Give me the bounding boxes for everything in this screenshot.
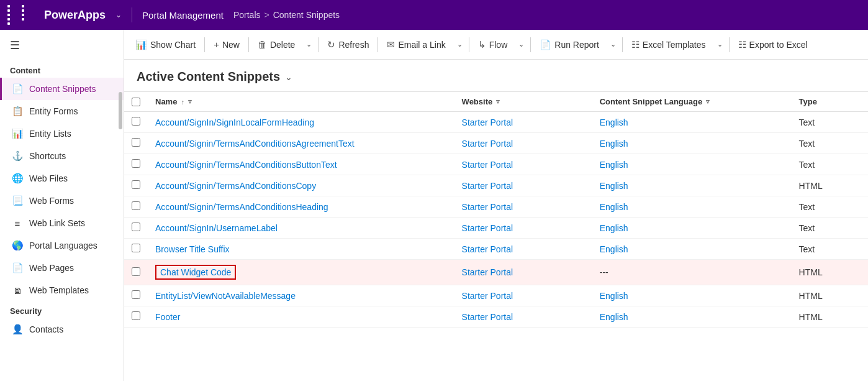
row-website-cell[interactable]: Starter Portal bbox=[454, 112, 592, 133]
excel-templates-button[interactable]: ☷ Excel Templates bbox=[625, 35, 712, 54]
row-name-cell[interactable]: Account/SignIn/UsernameLabel bbox=[148, 218, 454, 239]
th-name-label: Name bbox=[155, 97, 177, 106]
email-link-button[interactable]: ✉ Email a Link bbox=[381, 35, 451, 54]
highlighted-name[interactable]: Chat Widget Code bbox=[155, 265, 236, 280]
row-website-cell[interactable]: Starter Portal bbox=[454, 196, 592, 218]
row-checkbox-cell[interactable] bbox=[124, 306, 148, 328]
web-pages-icon: 📄 bbox=[12, 262, 23, 273]
sidebar-item-web-link-sets[interactable]: ≡ Web Link Sets bbox=[0, 212, 124, 234]
row-name-link[interactable]: EntityList/ViewNotAvailableMessage bbox=[155, 291, 296, 301]
language-filter-icon[interactable]: ▿ bbox=[706, 98, 710, 106]
row-website-cell[interactable]: Starter Portal bbox=[454, 175, 592, 196]
row-checkbox[interactable] bbox=[132, 244, 140, 252]
row-name-link[interactable]: Account/Signin/TermsAndConditionsAgreeme… bbox=[155, 139, 355, 149]
row-checkbox[interactable] bbox=[132, 180, 140, 189]
row-website-cell[interactable]: Starter Portal bbox=[454, 154, 592, 175]
show-chart-button[interactable]: 📊 Show Chart bbox=[129, 35, 202, 54]
name-filter-icon[interactable]: ▿ bbox=[188, 98, 192, 106]
row-name-cell[interactable]: EntityList/ViewNotAvailableMessage bbox=[148, 285, 454, 306]
row-name-cell[interactable]: Chat Widget Code bbox=[148, 260, 454, 285]
row-name-cell[interactable]: Browser Title Suffix bbox=[148, 239, 454, 260]
app-name[interactable]: PowerApps bbox=[44, 9, 106, 22]
row-type-cell: Text bbox=[792, 196, 868, 218]
row-checkbox-cell[interactable] bbox=[124, 133, 148, 154]
sidebar-item-web-templates[interactable]: 🗎 Web Templates bbox=[0, 279, 124, 301]
row-checkbox-cell[interactable] bbox=[124, 112, 148, 133]
row-name-link[interactable]: Browser Title Suffix bbox=[155, 244, 230, 254]
row-website-cell[interactable]: Starter Portal bbox=[454, 239, 592, 260]
row-name-link[interactable]: Account/Signin/TermsAndConditionsCopy bbox=[155, 181, 316, 191]
row-name-cell[interactable]: Account/Signin/TermsAndConditionsButtonT… bbox=[148, 154, 454, 175]
website-filter-icon[interactable]: ▿ bbox=[496, 98, 500, 106]
toolbar-sep-4 bbox=[377, 37, 378, 52]
row-checkbox[interactable] bbox=[132, 290, 140, 299]
sidebar-item-web-pages[interactable]: 📄 Web Pages bbox=[0, 257, 124, 279]
row-checkbox-cell[interactable] bbox=[124, 218, 148, 239]
row-checkbox[interactable] bbox=[132, 201, 140, 210]
run-report-button[interactable]: 📄 Run Report bbox=[533, 35, 605, 54]
export-excel-button[interactable]: ☷ Export to Excel bbox=[732, 35, 814, 54]
th-checkbox[interactable] bbox=[124, 92, 148, 112]
row-website-cell[interactable]: Starter Portal bbox=[454, 133, 592, 154]
row-name-cell[interactable]: Account/Signin/TermsAndConditionsCopy bbox=[148, 175, 454, 196]
row-checkbox[interactable] bbox=[132, 117, 140, 126]
sidebar-item-contacts[interactable]: 👤 Contacts bbox=[0, 318, 124, 341]
sidebar-item-portal-languages[interactable]: 🌎 Portal Languages bbox=[0, 234, 124, 257]
grid-container: Active Content Snippets ⌄ Name bbox=[124, 60, 868, 381]
sidebar-item-shortcuts[interactable]: ⚓ Shortcuts bbox=[0, 145, 124, 167]
delete-icon: 🗑 bbox=[258, 39, 267, 50]
row-checkbox[interactable] bbox=[132, 311, 140, 320]
name-sort-icon[interactable]: ↑ bbox=[181, 98, 184, 106]
row-checkbox[interactable] bbox=[132, 223, 140, 231]
row-name-link[interactable]: Account/Signin/TermsAndConditionsButtonT… bbox=[155, 160, 337, 170]
app-grid-icon[interactable] bbox=[7, 5, 34, 25]
row-checkbox-cell[interactable] bbox=[124, 260, 148, 285]
row-checkbox-cell[interactable] bbox=[124, 154, 148, 175]
row-name-cell[interactable]: Footer bbox=[148, 306, 454, 328]
row-website-cell[interactable]: Starter Portal bbox=[454, 285, 592, 306]
hamburger-menu[interactable]: ☰ bbox=[0, 30, 124, 61]
entity-lists-icon: 📊 bbox=[12, 128, 23, 139]
row-checkbox[interactable] bbox=[132, 267, 140, 276]
row-website-cell[interactable]: Starter Portal bbox=[454, 260, 592, 285]
row-checkbox-cell[interactable] bbox=[124, 175, 148, 196]
grid-title-chevron[interactable]: ⌄ bbox=[285, 72, 292, 82]
top-navigation: PowerApps ⌄ Portal Management Portals > … bbox=[0, 0, 868, 30]
run-report-dropdown[interactable]: ⌄ bbox=[607, 37, 620, 52]
app-name-chevron[interactable]: ⌄ bbox=[115, 11, 122, 19]
excel-templates-dropdown[interactable]: ⌄ bbox=[713, 37, 726, 52]
email-dropdown[interactable]: ⌄ bbox=[453, 37, 466, 52]
row-checkbox[interactable] bbox=[132, 159, 140, 168]
sidebar-item-entity-forms[interactable]: 📋 Entity Forms bbox=[0, 100, 124, 122]
th-language-label: Content Snippet Language bbox=[600, 97, 702, 106]
row-checkbox[interactable] bbox=[132, 138, 140, 147]
th-type: Type bbox=[792, 92, 868, 112]
delete-dropdown[interactable]: ⌄ bbox=[302, 37, 315, 52]
row-name-cell[interactable]: Account/Signin/TermsAndConditionsAgreeme… bbox=[148, 133, 454, 154]
row-type-cell: HTML bbox=[792, 175, 868, 196]
row-name-link[interactable]: Account/SignIn/UsernameLabel bbox=[155, 223, 278, 233]
new-button[interactable]: + New bbox=[207, 35, 246, 53]
row-website-cell[interactable]: Starter Portal bbox=[454, 306, 592, 328]
row-checkbox-cell[interactable] bbox=[124, 285, 148, 306]
select-all-checkbox[interactable] bbox=[132, 98, 140, 106]
refresh-button[interactable]: ↻ Refresh bbox=[321, 35, 375, 54]
sidebar-item-entity-lists[interactable]: 📊 Entity Lists bbox=[0, 122, 124, 145]
flow-dropdown[interactable]: ⌄ bbox=[515, 37, 528, 52]
breadcrumb-portals[interactable]: Portals bbox=[233, 10, 261, 20]
row-checkbox-cell[interactable] bbox=[124, 239, 148, 260]
row-name-link[interactable]: Account/SignIn/SignInLocalFormHeading bbox=[155, 117, 314, 127]
delete-button[interactable]: 🗑 Delete bbox=[251, 35, 301, 53]
row-name-cell[interactable]: Account/SignIn/SignInLocalFormHeading bbox=[148, 112, 454, 133]
sidebar-scrollbar[interactable] bbox=[119, 92, 122, 129]
sidebar-item-content-snippets[interactable]: 📄 Content Snippets bbox=[0, 78, 124, 100]
row-name-link[interactable]: Account/Signin/TermsAndConditionsHeading bbox=[155, 202, 328, 212]
flow-button[interactable]: ↳ Flow bbox=[472, 35, 514, 54]
portal-management-label[interactable]: Portal Management bbox=[142, 10, 224, 21]
row-website-cell[interactable]: Starter Portal bbox=[454, 218, 592, 239]
sidebar-item-web-files[interactable]: 🌐 Web Files bbox=[0, 167, 124, 190]
row-name-cell[interactable]: Account/Signin/TermsAndConditionsHeading bbox=[148, 196, 454, 218]
sidebar-item-web-forms[interactable]: 📃 Web Forms bbox=[0, 190, 124, 212]
row-checkbox-cell[interactable] bbox=[124, 196, 148, 218]
row-name-link[interactable]: Footer bbox=[155, 312, 180, 322]
